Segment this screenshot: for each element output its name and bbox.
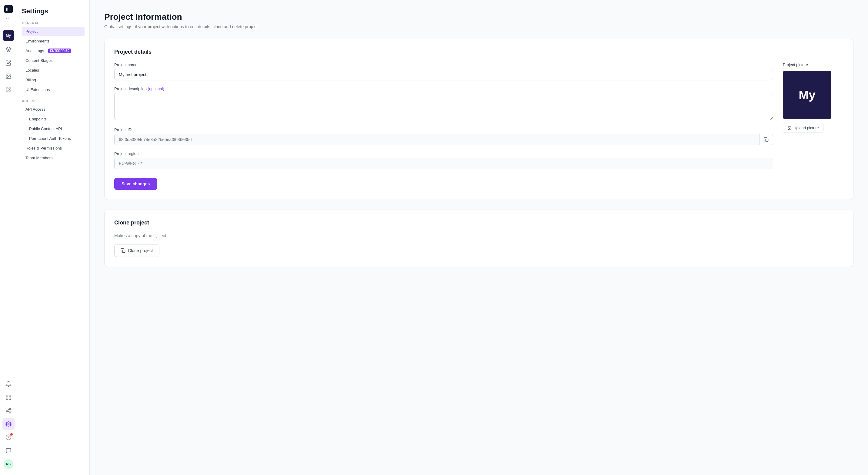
settings-nav-team-members[interactable]: Team Members [22, 153, 85, 162]
project-desc-label: Project description (optional) [114, 86, 773, 91]
access-section-label: ACCESS [22, 99, 85, 103]
sidebar-item-notifications[interactable] [2, 378, 14, 390]
project-picture-label: Project picture [783, 62, 808, 67]
page-subtitle: Global settings of your project with opt… [104, 24, 854, 29]
gear-icon [5, 421, 11, 427]
svg-rect-7 [6, 395, 8, 397]
svg-point-16 [788, 127, 789, 128]
project-details-card: Project details Project name Project des… [104, 39, 854, 200]
settings-nav-api-access[interactable]: API Access [22, 105, 85, 114]
sidebar-item-api-playground[interactable] [2, 83, 14, 95]
project-avatar[interactable]: My [3, 30, 14, 41]
settings-nav-billing[interactable]: Billing [22, 75, 85, 85]
upload-icon [787, 126, 792, 130]
settings-nav-endpoints[interactable]: Endpoints [22, 114, 85, 124]
settings-nav-public-content-api[interactable]: Public Content API [22, 124, 85, 133]
edit-icon [5, 60, 11, 66]
copy-project-id-button[interactable] [760, 134, 773, 145]
sidebar-item-assets[interactable] [2, 70, 14, 82]
image-icon [5, 73, 11, 79]
sidebar-item-contact-support[interactable] [2, 445, 14, 457]
svg-rect-10 [6, 398, 8, 400]
project-picture-section: Project picture My Upload picture [783, 62, 843, 133]
project-id-label: Project ID [114, 127, 773, 132]
grid-icon [5, 394, 11, 400]
project-id-group: Project ID [114, 127, 773, 145]
sidebar-item-apps[interactable] [2, 391, 14, 404]
project-picture-preview: My [783, 71, 831, 119]
optional-label: (optional) [148, 86, 164, 91]
project-desc-group: Project description (optional) [114, 86, 773, 121]
page-title: Project Information [104, 12, 854, 22]
enterprise-badge: ENTERPRISE [48, 49, 71, 53]
icon-navigation: h ··· My RS [0, 0, 17, 475]
menu-dots[interactable]: ··· [5, 15, 11, 22]
svg-rect-17 [122, 250, 125, 253]
svg-marker-2 [6, 47, 11, 50]
settings-nav-environments[interactable]: Environments [22, 36, 85, 46]
logo: h ··· [4, 5, 13, 22]
settings-nav-ui-extensions[interactable]: UI Extensions [22, 85, 85, 94]
svg-marker-6 [8, 89, 9, 91]
settings-sidebar: Settings GENERAL Project Environments Au… [17, 0, 90, 475]
general-section-label: GENERAL [22, 21, 85, 25]
nav-bottom: RS [2, 378, 14, 470]
project-details-left: Project name Project description (option… [114, 62, 773, 190]
clone-icon [121, 248, 125, 253]
project-details-title: Project details [114, 49, 843, 55]
user-avatar-circle: RS [4, 459, 13, 469]
bell-icon [5, 381, 11, 387]
settings-title: Settings [22, 7, 85, 15]
settings-nav-project[interactable]: Project [22, 27, 85, 36]
svg-point-4 [7, 75, 7, 76]
play-icon [5, 86, 11, 92]
project-region-group: Project region [114, 151, 773, 169]
copy-icon [764, 137, 769, 142]
sidebar-item-schema[interactable] [2, 43, 14, 56]
svg-text:h: h [6, 7, 8, 12]
help-notification-dot [10, 433, 13, 436]
svg-rect-9 [9, 398, 10, 400]
sidebar-item-project-settings[interactable] [2, 418, 14, 430]
sidebar-item-help[interactable] [2, 431, 14, 443]
project-name-group: Project name [114, 62, 773, 80]
user-avatar[interactable]: RS [2, 458, 14, 470]
save-changes-button[interactable]: Save changes [114, 178, 157, 190]
sidebar-item-webhooks[interactable] [2, 405, 14, 417]
project-region-label: Project region [114, 151, 773, 156]
main-content: Project Information Global settings of y… [90, 0, 868, 475]
settings-nav-permanent-auth-tokens[interactable]: Permanent Auth Tokens [22, 134, 85, 143]
clone-project-title: Clone project [114, 219, 843, 226]
upload-picture-button[interactable]: Upload picture [783, 123, 824, 133]
settings-nav-locales[interactable]: Locales [22, 65, 85, 75]
svg-rect-14 [766, 139, 768, 142]
settings-nav-roles-permissions[interactable]: Roles & Permissions [22, 144, 85, 153]
svg-rect-8 [9, 395, 10, 397]
clone-project-button[interactable]: Clone project [114, 244, 159, 257]
project-id-input-wrapper [114, 134, 773, 145]
project-id-input [114, 134, 760, 145]
settings-nav-content-stages[interactable]: Content Stages [22, 56, 85, 65]
svg-point-5 [6, 87, 11, 92]
sidebars-wrapper: Settings GENERAL Project Environments Au… [17, 0, 90, 475]
svg-point-11 [7, 423, 9, 425]
sidebar-item-content[interactable] [2, 57, 14, 69]
settings-nav-audit-logs[interactable]: Audit Logs ENTERPRISE [22, 46, 85, 56]
clone-project-card: Clone project Makes a copy of the projec… [104, 210, 854, 267]
project-name-label: Project name [114, 62, 773, 67]
webhook-icon [5, 408, 11, 414]
project-desc-textarea[interactable] [114, 93, 773, 120]
layers-icon [5, 47, 11, 53]
project-name-input[interactable] [114, 69, 773, 80]
project-region-input [114, 158, 773, 169]
hygraph-logo-icon: h [4, 5, 13, 13]
project-details-form-row: Project name Project description (option… [114, 62, 843, 190]
collapse-sidebar-button[interactable]: « [153, 234, 160, 241]
clone-project-subtitle: Makes a copy of the project. [114, 233, 843, 238]
chat-icon [5, 448, 11, 454]
